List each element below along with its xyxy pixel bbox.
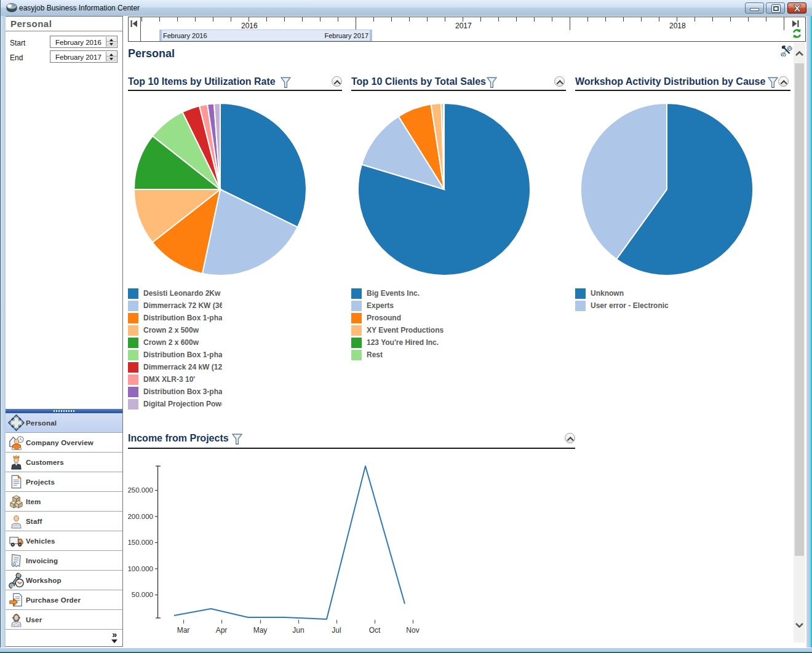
svg-text:200.000: 200.000 [128,513,153,520]
svg-text:May: May [253,626,268,635]
svg-text:Oct: Oct [369,626,381,635]
svg-text:250.000: 250.000 [128,486,153,494]
svg-text:50.000: 50.000 [132,591,153,598]
svg-text:Apr: Apr [216,626,228,635]
svg-text:Mar: Mar [177,626,190,635]
svg-text:150.000: 150.000 [128,539,153,546]
svg-text:Jun: Jun [292,626,304,635]
svg-text:Nov: Nov [406,626,419,635]
svg-text:Jul: Jul [332,626,341,635]
svg-text:100.000: 100.000 [128,565,153,572]
